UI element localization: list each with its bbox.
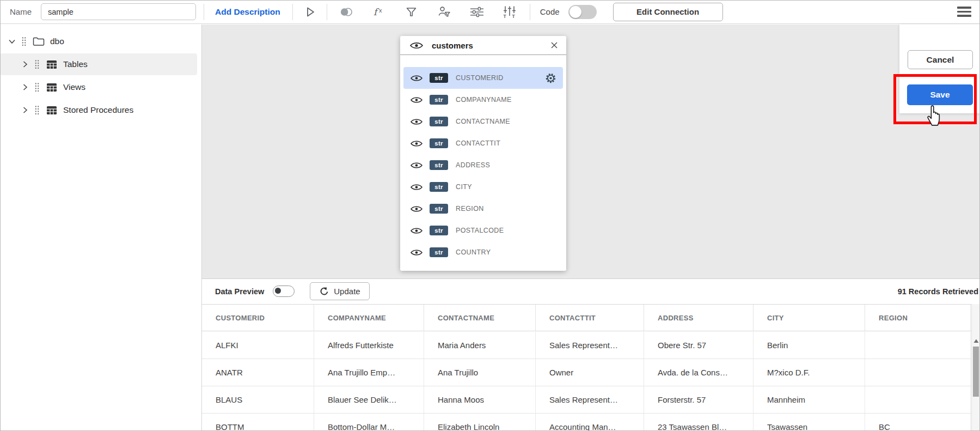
- field-name: CITY: [456, 183, 472, 191]
- save-button[interactable]: Save: [907, 84, 973, 105]
- svg-text:T: T: [512, 14, 515, 19]
- refresh-icon: [319, 287, 328, 296]
- drag-handle-icon[interactable]: [34, 59, 40, 70]
- eye-icon[interactable]: [410, 227, 423, 235]
- sidebar-item-label: Tables: [63, 59, 88, 69]
- eye-icon[interactable]: [409, 41, 424, 50]
- table-cell: BOTTM: [202, 414, 314, 431]
- field-name: REGION: [456, 205, 484, 213]
- eye-icon[interactable]: [410, 96, 423, 104]
- action-panel: Cancel Save: [899, 25, 980, 113]
- function-icon[interactable]: fx: [372, 5, 386, 19]
- table-cell: [865, 386, 971, 413]
- table-cell: [865, 359, 971, 386]
- update-button[interactable]: Update: [310, 282, 369, 300]
- eye-icon[interactable]: [410, 118, 423, 126]
- field-name: POSTALCODE: [456, 227, 504, 234]
- table-cell: Alfreds Futterkiste: [314, 332, 424, 359]
- code-toggle[interactable]: [568, 5, 597, 19]
- chevron-right-icon[interactable]: [20, 59, 30, 69]
- table-cell: [865, 332, 971, 359]
- eye-icon[interactable]: [410, 161, 423, 169]
- table-cell: Elizabeth Lincoln: [424, 414, 536, 431]
- column-header-customerid: CUSTOMERID: [202, 305, 314, 331]
- scroll-up-icon[interactable]: [973, 336, 979, 345]
- sidebar-item-label: Stored Procedures: [63, 105, 133, 115]
- play-icon[interactable]: [303, 5, 317, 19]
- cancel-button[interactable]: Cancel: [908, 50, 973, 69]
- table-cell: Hanna Moos: [424, 386, 536, 413]
- drag-handle-icon[interactable]: [34, 82, 40, 93]
- field-row-country[interactable]: strCOUNTRY: [403, 241, 563, 263]
- filter-icon[interactable]: [405, 5, 419, 19]
- eye-icon[interactable]: [410, 248, 423, 257]
- field-type-badge: str: [430, 95, 448, 105]
- field-type-badge: str: [430, 204, 448, 214]
- eye-icon[interactable]: [410, 74, 423, 82]
- sidebar-item-dbo[interactable]: dbo: [0, 31, 201, 52]
- sidebar-item-stored-procedures[interactable]: Stored Procedures: [0, 99, 201, 121]
- eye-icon[interactable]: [410, 183, 423, 191]
- field-row-contactname[interactable]: strCONTACTNAME: [403, 111, 563, 132]
- field-name: COMPANYNAME: [456, 96, 512, 104]
- preview-table-header: CUSTOMERIDCOMPANYNAMECONTACTNAMECONTACTT…: [202, 304, 971, 331]
- table-cell: ALFKI: [202, 332, 314, 359]
- sidebar-item-tables[interactable]: Tables: [0, 53, 197, 75]
- text-settings-icon[interactable]: TT: [503, 5, 517, 19]
- eye-icon[interactable]: [410, 205, 423, 213]
- eye-icon[interactable]: [410, 139, 423, 148]
- data-preview-bar: Data Preview Update 91 Records Retrieved: [202, 279, 980, 303]
- menu-icon[interactable]: [957, 7, 971, 17]
- field-type-badge: str: [430, 247, 448, 257]
- svg-text:x: x: [379, 7, 382, 14]
- field-row-customerid[interactable]: strCUSTOMERID: [403, 67, 563, 89]
- field-name: ADDRESS: [456, 161, 490, 169]
- join-icon[interactable]: [339, 5, 353, 19]
- field-row-postalcode[interactable]: strPOSTALCODE: [403, 220, 563, 241]
- table-cell: Blauer See Delik…: [314, 386, 424, 413]
- sidebar-item-views[interactable]: Views: [0, 76, 201, 98]
- divider: [204, 4, 204, 20]
- scrollbar-thumb[interactable]: [973, 347, 979, 397]
- settings-sliders-icon[interactable]: [470, 5, 484, 19]
- field-row-region[interactable]: strREGION: [403, 198, 563, 220]
- chevron-right-icon[interactable]: [20, 105, 30, 115]
- table-cell: 23 Tsawassen Bl…: [644, 414, 754, 431]
- drag-handle-icon[interactable]: [21, 37, 27, 47]
- vertical-scrollbar[interactable]: [971, 304, 980, 431]
- data-preview-toggle[interactable]: [273, 286, 295, 297]
- user-filter-icon[interactable]: [437, 5, 451, 19]
- close-icon[interactable]: [550, 41, 559, 50]
- table-cell: Tsawassen: [754, 414, 865, 431]
- field-row-contacttit[interactable]: strCONTACTTIT: [403, 132, 563, 154]
- table-cell: Avda. de la Cons…: [644, 359, 754, 386]
- sidebar-item-label: Views: [63, 82, 85, 92]
- field-type-badge: str: [430, 117, 448, 126]
- field-name: CONTACTTIT: [456, 139, 500, 147]
- field-row-city[interactable]: strCITY: [403, 176, 563, 198]
- name-input[interactable]: [41, 3, 196, 20]
- table-fields-popup: customers strCUSTOMERIDstrCOMPANYNAMEstr…: [400, 36, 566, 271]
- field-type-badge: str: [430, 138, 448, 148]
- gear-icon[interactable]: [545, 72, 556, 86]
- field-row-address[interactable]: strADDRESS: [403, 154, 563, 176]
- table-cell: ANATR: [202, 359, 314, 386]
- table-cell: Sales Represent…: [536, 386, 644, 413]
- field-type-badge: str: [430, 73, 448, 83]
- field-row-companyname[interactable]: strCOMPANYNAME: [403, 89, 563, 111]
- tree-children: TablesViewsStored Procedures: [0, 53, 201, 121]
- chevron-right-icon[interactable]: [20, 82, 30, 92]
- chevron-down-icon[interactable]: [7, 37, 17, 46]
- query-designer-canvas[interactable]: [202, 25, 980, 278]
- table-row: ANATRAna Trujillo Emp…Ana TrujilloOwnerA…: [202, 359, 971, 386]
- popup-field-list: strCUSTOMERIDstrCOMPANYNAMEstrCONTACTNAM…: [400, 55, 566, 263]
- schema-sidebar: dbo TablesViewsStored Procedures: [0, 25, 202, 431]
- column-header-region: REGION: [865, 305, 971, 331]
- add-description-link[interactable]: Add Description: [215, 7, 280, 17]
- table-row: BLAUSBlauer See Delik…Hanna MoosSales Re…: [202, 386, 971, 414]
- drag-handle-icon[interactable]: [34, 105, 40, 116]
- preview-table-body: ALFKIAlfreds FutterkisteMaria AndersSale…: [202, 332, 971, 431]
- sidebar-item-label: dbo: [50, 37, 64, 46]
- table-cell: Sales Represent…: [536, 332, 644, 359]
- edit-connection-button[interactable]: Edit Connection: [613, 3, 723, 21]
